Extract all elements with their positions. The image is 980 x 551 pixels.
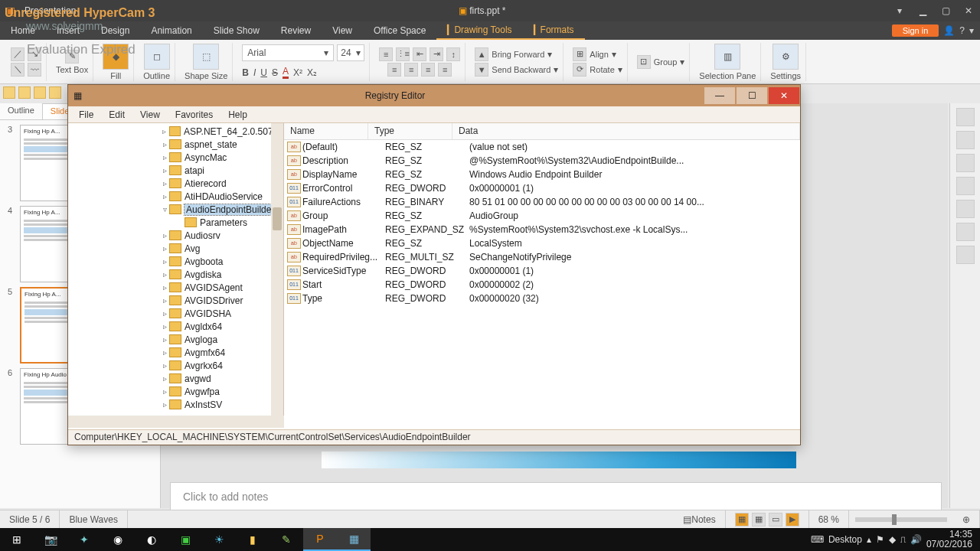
- col-name[interactable]: Name: [284, 123, 368, 139]
- indent-inc-icon[interactable]: ⇥: [430, 47, 443, 61]
- shapesize-icon[interactable]: ⬚: [193, 44, 219, 70]
- regedit-min-button[interactable]: —: [704, 87, 735, 104]
- bullets-icon[interactable]: ≡: [379, 47, 393, 61]
- tray-up-icon[interactable]: ▴: [867, 534, 871, 545]
- reg-value-row[interactable]: 011 StartREG_DWORD0x00000002 (2): [284, 278, 800, 292]
- qat-undo-icon[interactable]: [49, 86, 61, 99]
- qat-save-icon[interactable]: [18, 86, 31, 99]
- tree-node[interactable]: ▹AsyncMac: [83, 151, 283, 164]
- align-right-icon[interactable]: ≡: [421, 63, 435, 77]
- tree-node[interactable]: ▹AtiHDAudioService: [83, 190, 283, 203]
- tree-node[interactable]: ▹AVGIDSAgent: [83, 281, 283, 294]
- outline-tab[interactable]: Outline: [0, 103, 42, 119]
- tab-drawing-tools[interactable]: ▎Drawing Tools: [436, 21, 522, 40]
- min-button[interactable]: ▾: [888, 0, 911, 21]
- menu-down-icon[interactable]: ▾: [969, 25, 974, 36]
- tab-review[interactable]: Review: [270, 21, 322, 40]
- tb-presentation-icon[interactable]: P: [303, 528, 337, 551]
- max-button[interactable]: ▢: [934, 0, 957, 21]
- italic-button[interactable]: I: [253, 67, 256, 78]
- tree-node[interactable]: ▹Avgdiska: [83, 268, 283, 281]
- strike-button[interactable]: S: [272, 67, 278, 78]
- tab-formats[interactable]: ▎Formats: [523, 21, 585, 40]
- desktop-peek[interactable]: Desktop: [828, 534, 862, 545]
- col-data[interactable]: Data: [452, 123, 800, 139]
- tree-node[interactable]: ▹AVGIDSHA: [83, 307, 283, 320]
- rotate-icon[interactable]: ⟳: [573, 63, 586, 77]
- tree-node[interactable]: ▹atapi: [83, 164, 283, 177]
- tree-node[interactable]: ▹AVGIDSDriver: [83, 294, 283, 307]
- view-show-icon[interactable]: ▶: [786, 513, 799, 527]
- view-normal-icon[interactable]: ▦: [735, 513, 749, 527]
- reg-value-row[interactable]: 011 FailureActionsREG_BINARY80 51 01 00 …: [284, 195, 800, 209]
- settings-icon[interactable]: ⚙: [773, 44, 799, 70]
- tb-explorer-icon[interactable]: ▮: [236, 528, 270, 551]
- underline-button[interactable]: U: [260, 67, 267, 78]
- reg-value-row[interactable]: ab ImagePathREG_EXPAND_SZ%SystemRoot%\Sy…: [284, 223, 800, 236]
- tb-app-icon[interactable]: ✦: [67, 528, 101, 551]
- tab-animation[interactable]: Animation: [140, 21, 202, 40]
- regedit-max-button[interactable]: ☐: [737, 87, 767, 104]
- font-size-select[interactable]: 24▾: [337, 44, 364, 61]
- rp-object-icon[interactable]: [956, 246, 975, 264]
- bold-button[interactable]: B: [242, 67, 249, 78]
- line-tool-icon[interactable]: ／: [11, 47, 24, 61]
- align-icon[interactable]: ⊞: [573, 47, 586, 61]
- regedit-values[interactable]: Name Type Data ab (Default)REG_SZ(value …: [284, 123, 800, 428]
- rp-table-icon[interactable]: [956, 131, 975, 149]
- tab-office-space[interactable]: Office Space: [363, 21, 436, 40]
- tree-node[interactable]: ▹Avg: [83, 242, 283, 255]
- tb-notes-icon[interactable]: ✎: [270, 528, 303, 551]
- regedit-menu-file[interactable]: File: [73, 108, 100, 122]
- qat-open-icon[interactable]: [3, 86, 15, 99]
- tray-vol-icon[interactable]: 🔊: [910, 534, 922, 545]
- numbering-icon[interactable]: ⋮≡: [396, 47, 410, 61]
- font-name-select[interactable]: Arial▾: [242, 44, 334, 61]
- view-sorter-icon[interactable]: ▦: [752, 513, 766, 527]
- regedit-menu-help[interactable]: Help: [222, 108, 253, 122]
- reg-value-row[interactable]: ab RequiredPrivileg...REG_MULTI_SZSeChan…: [284, 250, 800, 264]
- line2-icon[interactable]: ＼: [11, 63, 24, 77]
- tb-regedit-icon[interactable]: ▦: [337, 528, 371, 551]
- reg-value-row[interactable]: ab GroupREG_SZAudioGroup: [284, 209, 800, 223]
- zoom-slider[interactable]: [855, 517, 947, 522]
- outline-icon[interactable]: ◻: [144, 44, 170, 70]
- regedit-menu-view[interactable]: View: [134, 108, 166, 122]
- tree-node-selected[interactable]: ▿AudioEndpointBuilder: [83, 203, 283, 216]
- bringfwd-icon[interactable]: ▲: [475, 47, 488, 61]
- tree-node[interactable]: ▹AxInstSV: [83, 398, 283, 411]
- tree-node[interactable]: ▹Audiosrv: [83, 229, 283, 242]
- qat-print-icon[interactable]: [34, 86, 46, 99]
- subscript-button[interactable]: X₂: [307, 67, 317, 78]
- justify-icon[interactable]: ≡: [438, 63, 452, 77]
- user-icon[interactable]: 👤: [943, 25, 955, 36]
- reg-value-row[interactable]: ab DescriptionREG_SZ@%SystemRoot%\System…: [284, 154, 800, 168]
- reg-value-row[interactable]: ab DisplayNameREG_SZWindows Audio Endpoi…: [284, 168, 800, 181]
- sendback-icon[interactable]: ▼: [475, 63, 488, 77]
- tree-hscrollbar[interactable]: [68, 416, 284, 428]
- superscript-button[interactable]: X²: [293, 67, 302, 78]
- tray-av-icon[interactable]: ◆: [889, 534, 896, 545]
- group-icon[interactable]: ⊡: [637, 55, 651, 69]
- tree-vscrollbar[interactable]: [271, 123, 283, 428]
- tree-node[interactable]: ▹Avgldx64: [83, 320, 283, 333]
- close-button[interactable]: ✕: [957, 0, 980, 21]
- textbox-label[interactable]: Text Box: [56, 65, 88, 74]
- tray-flag-icon[interactable]: ⚑: [876, 534, 884, 545]
- reg-value-row[interactable]: 011 ErrorControlREG_DWORD0x00000001 (1): [284, 181, 800, 195]
- rp-text-icon[interactable]: [956, 200, 975, 218]
- tb-camera-icon[interactable]: 📷: [34, 528, 67, 551]
- indent-dec-icon[interactable]: ⇤: [413, 47, 426, 61]
- notes-toggle[interactable]: ▤ Notes: [674, 510, 725, 529]
- tree-node[interactable]: ▹aspnet_state: [83, 138, 283, 151]
- tree-node[interactable]: ▹Atierecord: [83, 177, 283, 190]
- selpane-icon[interactable]: ▥: [714, 44, 740, 70]
- tree-node-child[interactable]: Parameters: [83, 216, 283, 229]
- fontcolor-button[interactable]: A: [283, 66, 289, 79]
- linespacing-icon[interactable]: ↕: [446, 47, 460, 61]
- clock[interactable]: 14:3507/02/2016: [926, 530, 972, 549]
- align-center-icon[interactable]: ≡: [404, 63, 418, 77]
- tb-hp-icon[interactable]: ◉: [101, 528, 135, 551]
- signin-button[interactable]: Sign in: [892, 24, 939, 37]
- regedit-tree[interactable]: ▹ASP.NET_64_2.0.50727▹aspnet_state▹Async…: [68, 123, 284, 428]
